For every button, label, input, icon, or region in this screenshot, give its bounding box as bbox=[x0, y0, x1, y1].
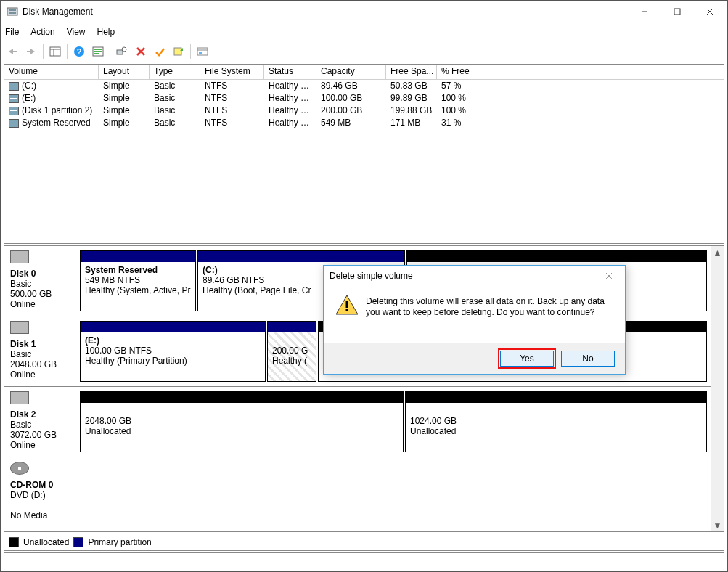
menu-file[interactable]: File bbox=[5, 27, 19, 37]
dialog-titlebar: Delete simple volume bbox=[324, 266, 625, 286]
partition-bar-unallocated bbox=[406, 392, 706, 403]
svg-rect-7 bbox=[13, 51, 17, 52]
partition-bar-primary bbox=[198, 251, 404, 262]
volume-icon bbox=[9, 119, 19, 128]
disk-info[interactable]: Disk 1 Basic 2048.00 GB Online bbox=[4, 316, 75, 386]
help-button[interactable]: ? bbox=[70, 43, 88, 60]
disk-name: Disk 1 bbox=[10, 339, 36, 349]
scroll-down-icon[interactable]: ▼ bbox=[713, 519, 722, 531]
warning-icon bbox=[335, 295, 359, 315]
partition-unallocated[interactable]: 1024.00 GBUnallocated bbox=[405, 391, 707, 452]
disk-row: Disk 2 Basic 3072.00 GB Online 2048.00 G… bbox=[4, 387, 711, 457]
disk-icon bbox=[10, 321, 29, 334]
partition-selected[interactable]: 200.00 GHealthy ( bbox=[267, 321, 316, 382]
settings-button[interactable] bbox=[113, 43, 131, 60]
titlebar: Disk Management bbox=[1, 1, 727, 23]
volume-row[interactable]: (C:) SimpleBasicNTFSHealthy (B...89.46 G… bbox=[4, 80, 724, 92]
window-title: Disk Management bbox=[23, 7, 93, 17]
legend-unallocated-label: Unallocated bbox=[23, 537, 69, 547]
no-button[interactable]: No bbox=[561, 351, 615, 367]
svg-rect-9 bbox=[50, 47, 60, 56]
partition-bar-primary bbox=[268, 322, 316, 332]
minimize-button[interactable] bbox=[628, 1, 660, 23]
svg-rect-2 bbox=[9, 12, 16, 14]
col-capacity[interactable]: Capacity bbox=[316, 65, 386, 79]
disk-name: Disk 2 bbox=[10, 409, 36, 420]
col-status[interactable]: Status bbox=[264, 65, 316, 79]
svg-rect-0 bbox=[7, 8, 17, 15]
svg-rect-18 bbox=[117, 50, 123, 54]
col-pct[interactable]: % Free bbox=[437, 65, 480, 79]
apply-button[interactable] bbox=[151, 43, 168, 60]
action-button[interactable] bbox=[170, 43, 187, 60]
col-fs[interactable]: File System bbox=[200, 65, 264, 79]
yes-button[interactable]: Yes bbox=[500, 351, 554, 367]
col-volume[interactable]: Volume bbox=[4, 65, 99, 79]
partition-unallocated[interactable]: 2048.00 GBUnallocated bbox=[80, 391, 404, 452]
volume-icon bbox=[9, 82, 19, 91]
volume-row[interactable]: (Disk 1 partition 2) SimpleBasicNTFSHeal… bbox=[4, 105, 724, 117]
cdrom-icon bbox=[10, 462, 29, 475]
svg-rect-17 bbox=[94, 53, 99, 54]
disk-management-window: Disk Management File Action View Help ? … bbox=[0, 0, 728, 572]
svg-rect-26 bbox=[199, 52, 202, 54]
disk-info[interactable]: Disk 0 Basic 500.00 GB Online bbox=[4, 246, 75, 316]
volume-list: Volume Layout Type File System Status Ca… bbox=[4, 64, 724, 244]
maximize-button[interactable] bbox=[660, 1, 693, 23]
back-button[interactable] bbox=[4, 43, 21, 60]
close-button[interactable] bbox=[693, 1, 726, 23]
legend-unallocated-swatch bbox=[9, 537, 19, 547]
dialog-text: Deleting this volume will erase all data… bbox=[366, 292, 616, 318]
disk-icon bbox=[10, 391, 29, 404]
disk-management-icon bbox=[7, 6, 18, 17]
svg-rect-8 bbox=[27, 51, 30, 52]
disk-name: Disk 0 bbox=[10, 269, 36, 279]
partition[interactable]: (E:)100.00 GB NTFSHealthy (Primary Parti… bbox=[80, 321, 266, 382]
partition-bar-unallocated bbox=[81, 392, 403, 403]
volume-icon bbox=[9, 94, 19, 103]
disk-icon bbox=[10, 250, 29, 263]
delete-button[interactable] bbox=[132, 43, 150, 60]
status-bar bbox=[4, 552, 724, 568]
menubar: File Action View Help bbox=[1, 23, 727, 41]
legend-primary-swatch bbox=[73, 537, 83, 547]
scrollbar[interactable]: ▲ ▼ bbox=[711, 246, 724, 531]
svg-rect-4 bbox=[674, 9, 680, 15]
partition[interactable]: System Reserved549 MB NTFSHealthy (Syste… bbox=[80, 250, 196, 311]
svg-rect-29 bbox=[346, 301, 348, 308]
svg-text:?: ? bbox=[77, 47, 82, 56]
svg-rect-16 bbox=[94, 51, 102, 52]
svg-rect-1 bbox=[9, 9, 16, 11]
dialog-close-button[interactable] bbox=[599, 269, 619, 283]
partition-bar-primary bbox=[81, 322, 265, 332]
partition-bar-primary bbox=[81, 251, 195, 262]
volume-row[interactable]: (E:) SimpleBasicNTFSHealthy (P...100.00 … bbox=[4, 92, 724, 105]
col-type[interactable]: Type bbox=[150, 65, 200, 79]
refresh-button[interactable] bbox=[89, 43, 107, 60]
legend: Unallocated Primary partition bbox=[4, 534, 724, 551]
volume-icon bbox=[9, 107, 19, 115]
delete-volume-dialog: Delete simple volume Deleting this volum… bbox=[323, 265, 626, 375]
menu-view[interactable]: View bbox=[67, 27, 86, 37]
menu-help[interactable]: Help bbox=[97, 27, 115, 37]
svg-line-20 bbox=[126, 51, 127, 52]
disk-info[interactable]: Disk 2 Basic 3072.00 GB Online bbox=[4, 387, 75, 457]
legend-primary-label: Primary partition bbox=[88, 537, 151, 547]
menu-action[interactable]: Action bbox=[30, 27, 54, 37]
volume-row[interactable]: System Reserved SimpleBasicNTFSHealthy (… bbox=[4, 117, 724, 129]
col-free[interactable]: Free Spa... bbox=[386, 65, 437, 79]
show-hide-button[interactable] bbox=[46, 43, 64, 60]
disk-info[interactable]: CD-ROM 0 DVD (D:) No Media bbox=[4, 457, 75, 527]
properties-button[interactable] bbox=[194, 43, 211, 60]
col-layout[interactable]: Layout bbox=[99, 65, 150, 79]
disk-row: CD-ROM 0 DVD (D:) No Media bbox=[4, 457, 711, 527]
scroll-up-icon[interactable]: ▲ bbox=[713, 246, 722, 258]
toolbar: ? bbox=[1, 41, 727, 62]
partition-bar-unallocated bbox=[407, 251, 706, 262]
forward-button[interactable] bbox=[23, 43, 40, 60]
svg-rect-23 bbox=[174, 48, 181, 55]
disk-name: CD-ROM 0 bbox=[10, 480, 53, 490]
dialog-title: Delete simple volume bbox=[330, 271, 413, 281]
volume-list-header: Volume Layout Type File System Status Ca… bbox=[4, 65, 724, 80]
svg-rect-15 bbox=[94, 49, 102, 50]
